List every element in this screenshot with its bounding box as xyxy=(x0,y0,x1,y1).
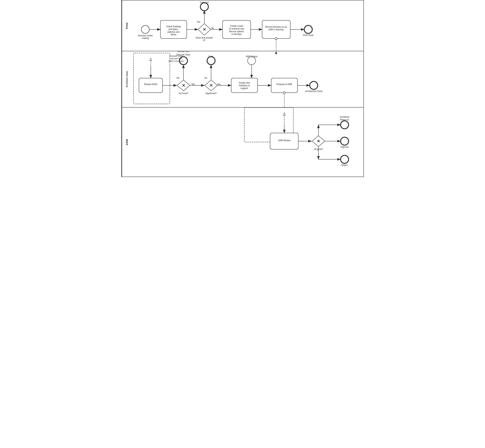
svg-text:Educate Team: Educate Team xyxy=(170,55,182,57)
svg-point-2 xyxy=(141,25,149,33)
svg-text:Check Existing: Check Existing xyxy=(166,25,181,28)
pod-lane-label: POD xyxy=(122,0,132,51)
arb-lane-content: ARB Review ✕ All good? Return to Archite… xyxy=(132,108,364,176)
svg-text:Reject: Reject xyxy=(341,164,348,166)
svg-text:Significant?: Significant? xyxy=(205,92,216,95)
svg-text:support: support xyxy=(240,87,248,89)
bpmn-diagram: POD Decision needs making xyxy=(121,0,364,177)
svg-text:and add Tech: and add Tech xyxy=(177,51,190,53)
svg-text:Create a task: Create a task xyxy=(230,25,243,27)
svg-text:✕: ✕ xyxy=(317,139,320,144)
svg-point-78 xyxy=(310,81,318,89)
architect-lane: Architect team Review ADRs xyxy=(122,51,364,108)
svg-text:ARB Review: ARB Review xyxy=(278,139,290,142)
svg-point-98 xyxy=(341,137,349,145)
svg-text:✕: ✕ xyxy=(209,83,213,88)
svg-text:discuss options: discuss options xyxy=(229,30,244,33)
svg-point-67 xyxy=(247,57,255,65)
svg-point-34 xyxy=(275,37,277,40)
svg-text:Carry on!: Carry on! xyxy=(200,1,209,4)
arb-lane-label: ARB xyxy=(122,108,132,176)
svg-text:Approve: Approve xyxy=(340,146,349,148)
svg-text:✕: ✕ xyxy=(203,27,206,32)
svg-text:No: No xyxy=(211,27,214,29)
svg-text:Artefacts to: Artefacts to xyxy=(239,84,250,87)
svg-text:Review ADRs: Review ADRs xyxy=(144,83,157,86)
svg-text:Create new: Create new xyxy=(239,81,250,84)
svg-text:POD Done: POD Done xyxy=(303,34,313,37)
svg-text:Cool.: Cool. xyxy=(208,55,214,58)
svg-text:in DevOps: in DevOps xyxy=(231,33,241,35)
svg-text:Does that answer: Does that answer xyxy=(196,37,213,39)
svg-point-63 xyxy=(207,57,215,65)
svg-text:Debt if necessary: Debt if necessary xyxy=(168,60,184,62)
svg-text:making: making xyxy=(142,37,149,40)
svg-text:Yes: Yes xyxy=(197,21,200,23)
svg-text:All Good?: All Good? xyxy=(179,92,188,95)
svg-text:ADR in DevOps: ADR in DevOps xyxy=(268,28,284,31)
pod-lane-content: Decision needs making Check Existing pri… xyxy=(132,0,364,51)
architect-lane-content: Review ADRs ✕ All Good? No Educate Team … xyxy=(132,51,364,107)
svg-marker-83 xyxy=(283,113,285,115)
svg-point-18 xyxy=(200,3,208,11)
svg-text:Architects: Architects xyxy=(340,116,349,118)
svg-text:Decision needs: Decision needs xyxy=(138,34,153,37)
svg-point-102 xyxy=(341,155,349,163)
svg-marker-37 xyxy=(275,51,277,54)
svg-text:ARB Output: ARB Output xyxy=(246,55,257,58)
svg-text:No: No xyxy=(204,77,207,79)
architect-lane-label: Architect team xyxy=(122,51,132,107)
svg-text:Return to: Return to xyxy=(340,119,349,121)
svg-text:Propose to ARB: Propose to ARB xyxy=(277,83,292,86)
svg-text:to research and: to research and xyxy=(229,27,244,30)
svg-text:NFRs: NFRs xyxy=(171,33,176,36)
svg-text:Record Decision as an: Record Decision as an xyxy=(265,26,287,28)
svg-marker-39 xyxy=(150,58,152,61)
svg-text:Architecture Done: Architecture Done xyxy=(305,90,322,92)
svg-text:No: No xyxy=(176,77,179,79)
svg-point-80 xyxy=(283,92,285,94)
svg-text:and add Tech: and add Tech xyxy=(170,57,182,60)
svg-text:✕: ✕ xyxy=(182,83,185,88)
svg-point-94 xyxy=(341,121,349,129)
arb-lane: ARB ARB Review ✕ All good? xyxy=(122,108,364,176)
svg-text:principles,: principles, xyxy=(168,28,178,31)
svg-point-32 xyxy=(304,25,312,33)
svg-text:it?: it? xyxy=(203,39,206,42)
svg-text:patterns and: patterns and xyxy=(167,31,179,33)
pod-lane: POD Decision needs making xyxy=(122,0,364,51)
